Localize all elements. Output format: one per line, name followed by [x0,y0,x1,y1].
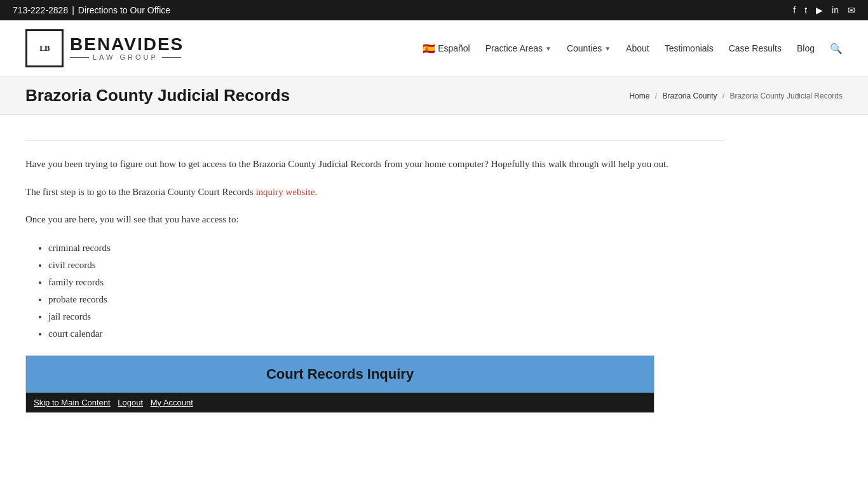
nav-espanol-label: Español [438,43,470,53]
search-button[interactable]: 🔍 [830,43,843,55]
site-header: LB BENAVIDES LAW GROUP 🇪🇸 Español Practi… [0,20,868,77]
list-item: probate records [48,291,724,308]
chevron-down-icon: ▼ [604,45,611,52]
logo-brand: BENAVIDES [70,36,184,53]
breadcrumb: Home / Brazoria County / Brazoria County… [629,92,843,100]
facebook-icon[interactable]: f [793,5,796,15]
step-text-prefix: The first step is to go to the Brazoria … [25,187,255,197]
access-intro: Once you are here, you will see that you… [25,212,724,228]
nav-practice-areas-label: Practice Areas [485,43,543,53]
embed-nav-spacer [113,398,116,407]
logo-monogram: LB [25,29,64,67]
separator: | [72,5,74,15]
my-account-link[interactable]: My Account [151,398,193,407]
email-icon[interactable]: ✉ [848,5,855,15]
spain-flag-icon: 🇪🇸 [423,43,435,55]
linkedin-icon[interactable]: in [832,5,839,15]
list-item: jail records [48,308,724,325]
list-item: criminal records [48,240,724,257]
breadcrumb-home[interactable]: Home [629,92,649,100]
nav-practice-areas[interactable]: Practice Areas ▼ [485,43,552,53]
nav-about-label: About [626,43,649,53]
breadcrumb-county[interactable]: Brazoria County [663,92,717,100]
list-item: court calendar [48,325,724,342]
nav-espanol[interactable]: 🇪🇸 Español [423,43,470,55]
youtube-icon[interactable]: ▶ [816,5,823,15]
nav-blog[interactable]: Blog [797,43,815,53]
nav-counties-label: Counties [567,43,602,53]
chevron-down-icon: ▼ [545,45,552,52]
directions-link[interactable]: Directions to Our Office [78,5,170,15]
breadcrumb-bar: Brazoria County Judicial Records Home / … [0,77,868,115]
embed-nav-bar: Skip to Main Content Logout My Account [26,393,654,412]
logo-text: BENAVIDES LAW GROUP [70,36,184,61]
nav-about[interactable]: About [626,43,649,53]
top-bar-contact: 713-222-2828 | Directions to Our Office [13,5,170,15]
nav-case-results[interactable]: Case Results [729,43,782,53]
court-records-embed: Court Records Inquiry Skip to Main Conte… [25,355,654,413]
embed-title: Court Records Inquiry [266,366,414,382]
step-paragraph: The first step is to go to the Brazoria … [25,184,724,201]
nav-case-results-label: Case Results [729,43,782,53]
search-icon: 🔍 [830,43,843,55]
skip-to-main-content-link[interactable]: Skip to Main Content [34,398,111,407]
twitter-icon[interactable]: t [804,5,807,15]
nav-blog-label: Blog [797,43,815,53]
main-content: Have you been trying to figure out how t… [0,115,868,438]
intro-paragraph: Have you been trying to figure out how t… [25,156,724,173]
page-title: Brazoria County Judicial Records [25,86,290,105]
nav-testimonials-label: Testimonials [665,43,714,53]
list-item: civil records [48,257,724,274]
section-divider-top [25,140,724,141]
content-body: Have you been trying to figure out how t… [25,140,724,413]
nav-testimonials[interactable]: Testimonials [665,43,714,53]
nav-counties[interactable]: Counties ▼ [567,43,611,53]
breadcrumb-current: Brazoria County Judicial Records [730,92,843,100]
main-nav: 🇪🇸 Español Practice Areas ▼ Counties ▼ A… [423,43,843,55]
inquiry-website-link[interactable]: inquiry website. [255,187,317,197]
list-item: family records [48,274,724,291]
breadcrumb-sep-2: / [722,92,724,100]
logo-sub: LAW GROUP [70,53,184,61]
embed-nav-spacer2 [146,398,148,407]
top-bar-socials: f t ▶ in ✉ [793,5,855,15]
logout-link[interactable]: Logout [118,398,143,407]
breadcrumb-sep-1: / [655,92,657,100]
embed-header: Court Records Inquiry [26,356,654,393]
records-list: criminal records civil records family re… [48,240,724,342]
top-bar: 713-222-2828 | Directions to Our Office … [0,0,868,20]
logo[interactable]: LB BENAVIDES LAW GROUP [25,29,184,67]
phone-number[interactable]: 713-222-2828 [13,5,68,15]
